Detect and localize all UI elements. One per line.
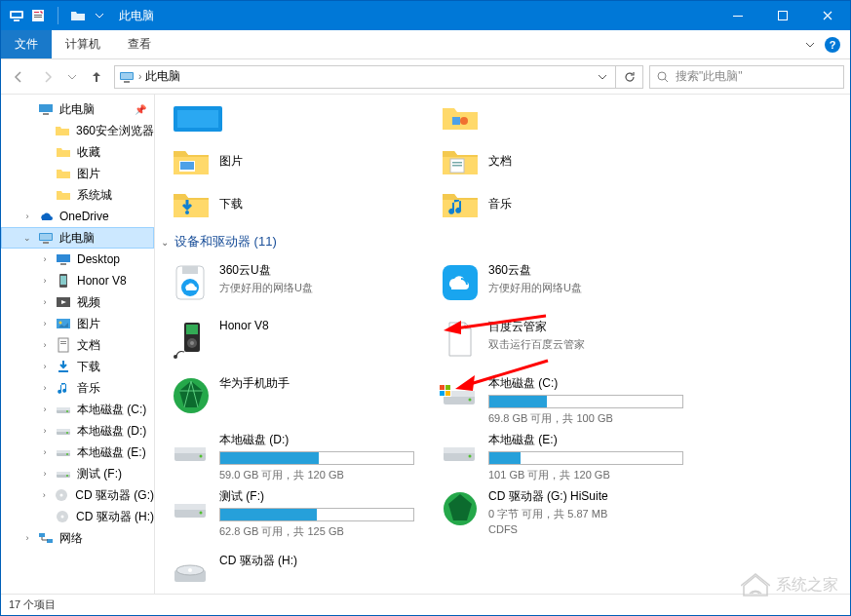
tree-item[interactable]: 系统城: [1, 184, 154, 206]
drive: [171, 432, 212, 473]
tree-item[interactable]: ›音乐: [1, 377, 154, 399]
search-icon: [656, 70, 670, 84]
tree-item[interactable]: 360安全浏览器: [1, 120, 154, 141]
drive-item[interactable]: CD 驱动器 (G:) HiSuite0 字节 可用，共 5.87 MBCDFS: [436, 484, 687, 549]
drive-icon: [56, 423, 71, 439]
tree-item[interactable]: ›网络: [1, 527, 154, 549]
list-item[interactable]: 图片: [167, 139, 418, 182]
tree-item[interactable]: ›本地磁盘 (E:): [1, 442, 154, 463]
svg-rect-8: [779, 12, 788, 20]
tree-item[interactable]: CD 驱动器 (H:): [1, 506, 154, 527]
minimize-button[interactable]: [716, 1, 760, 30]
drive-item[interactable]: 测试 (F:)62.8 GB 可用，共 125 GB: [167, 484, 418, 541]
tree-item-label: 网络: [59, 530, 83, 547]
breadcrumb[interactable]: › 此电脑: [114, 65, 616, 89]
tree-item-label: 图片: [77, 166, 100, 182]
expander-icon[interactable]: ⌄: [22, 233, 32, 243]
breadcrumb-location[interactable]: 此电脑: [145, 68, 180, 85]
tree-item[interactable]: ›OneDrive: [1, 206, 154, 227]
drive-item[interactable]: 360云盘方便好用的网络U盘: [436, 258, 687, 315]
drive-item[interactable]: CD 驱动器 (H:): [167, 549, 418, 594]
drive-item[interactable]: 360云U盘方便好用的网络U盘: [167, 258, 418, 315]
svg-rect-63: [186, 325, 198, 334]
tab-view[interactable]: 查看: [114, 30, 165, 58]
tree-item[interactable]: ⌄此电脑: [1, 227, 154, 249]
drive: [440, 432, 481, 473]
cd-icon: [55, 509, 70, 524]
drive-item[interactable]: 百度云管家双击运行百度云管家: [436, 315, 687, 371]
tree-item-label: Honor V8: [77, 274, 127, 288]
list-item[interactable]: 下载: [167, 182, 418, 225]
refresh-button[interactable]: [616, 65, 643, 89]
expander-icon[interactable]: ›: [22, 533, 32, 543]
svg-point-43: [60, 494, 63, 497]
tree-item[interactable]: ›图片: [1, 313, 154, 334]
video-icon: [56, 294, 71, 310]
svg-rect-15: [43, 113, 49, 115]
svg-rect-46: [39, 533, 45, 537]
list-item[interactable]: [436, 96, 687, 139]
usb-cloud: [171, 262, 212, 303]
drive-item[interactable]: 华为手机助手: [167, 371, 418, 418]
drive-item[interactable]: 本地磁盘 (D:)59.0 GB 可用，共 120 GB: [167, 428, 418, 484]
svg-point-35: [66, 432, 68, 434]
tab-computer[interactable]: 计算机: [52, 30, 114, 58]
downloads-icon: [56, 359, 71, 374]
close-button[interactable]: [805, 1, 850, 30]
drive-item[interactable]: 本地磁盘 (C:)69.8 GB 可用，共 100 GB: [436, 371, 687, 428]
svg-point-65: [190, 341, 194, 345]
tree-item[interactable]: ›本地磁盘 (D:): [1, 420, 154, 442]
tree-item[interactable]: ›CD 驱动器 (G:): [1, 484, 154, 506]
tree-item[interactable]: ›文档: [1, 334, 154, 356]
ribbon-expand-icon[interactable]: [805, 40, 815, 50]
drive-item[interactable]: Honor V8: [167, 315, 418, 362]
qat-dropdown-icon[interactable]: [92, 8, 107, 23]
tree-item-label: CD 驱动器 (G:): [75, 487, 154, 504]
item-subtitle: 方便好用的网络U盘: [219, 281, 414, 295]
up-button[interactable]: [85, 65, 108, 89]
svg-rect-1: [12, 13, 21, 17]
tree-item[interactable]: ›Honor V8: [1, 270, 154, 291]
chevron-down-icon[interactable]: ⌄: [161, 237, 169, 248]
svg-rect-40: [57, 472, 70, 475]
search-input[interactable]: 搜索"此电脑": [649, 65, 844, 89]
maximize-button[interactable]: [760, 1, 805, 30]
tree-item-label: 下载: [77, 359, 100, 375]
list-item[interactable]: 音乐: [436, 182, 687, 225]
tree-item[interactable]: ›视频: [1, 291, 154, 313]
new-folder-icon[interactable]: [70, 8, 86, 23]
list-item[interactable]: 文档: [436, 139, 687, 182]
item-title: 华为手机助手: [219, 375, 414, 392]
item-title: CD 驱动器 (G:) HiSuite: [488, 488, 683, 505]
expander-icon[interactable]: ›: [22, 212, 32, 221]
properties-icon[interactable]: [30, 8, 46, 23]
svg-rect-6: [34, 17, 42, 18]
address-dropdown-icon[interactable]: [594, 72, 611, 82]
item-title: 百度云管家: [488, 319, 683, 335]
tab-file[interactable]: 文件: [1, 30, 52, 58]
item-title: 音乐: [488, 196, 683, 212]
svg-rect-4: [34, 12, 39, 13]
sidebar[interactable]: 此电脑📌360安全浏览器收藏图片系统城›OneDrive⌄此电脑›Desktop…: [1, 95, 155, 594]
drive-item[interactable]: 本地磁盘 (E:)101 GB 可用，共 120 GB: [436, 428, 687, 484]
computer-icon: [9, 8, 24, 23]
tree-item-label: 视频: [77, 294, 100, 311]
history-dropdown[interactable]: [65, 65, 79, 89]
tree-item[interactable]: ›下载: [1, 356, 154, 377]
tree-item[interactable]: ›本地磁盘 (C:): [1, 399, 154, 420]
back-button[interactable]: [7, 65, 30, 89]
music-icon: [56, 380, 71, 396]
pictures-icon: [56, 316, 71, 331]
drive: [171, 488, 212, 529]
svg-point-41: [66, 475, 68, 477]
tree-item[interactable]: ›测试 (F:): [1, 463, 154, 484]
content-pane[interactable]: 图片文档 下载音乐 ⌄ 设备和驱动器 (11) 360云U盘方便好用的网络U盘3…: [155, 95, 850, 594]
group-header-devices[interactable]: ⌄ 设备和驱动器 (11): [155, 225, 850, 258]
tree-item[interactable]: 收藏: [1, 141, 154, 163]
tree-item[interactable]: 图片: [1, 163, 154, 184]
forward-button[interactable]: [36, 65, 59, 89]
tree-item[interactable]: ›Desktop: [1, 249, 154, 270]
help-icon[interactable]: ?: [825, 37, 840, 53]
tree-item[interactable]: 此电脑📌: [1, 98, 154, 120]
list-item[interactable]: [167, 96, 418, 139]
